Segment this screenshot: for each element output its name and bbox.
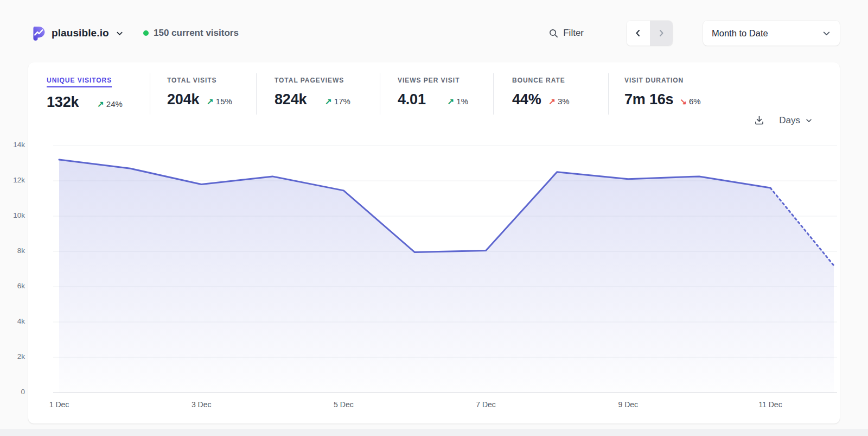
x-tick-label: 7 Dec: [464, 400, 508, 409]
x-tick-label: 11 Dec: [749, 400, 792, 409]
chart-canvas: [53, 138, 837, 396]
chart-area-fill: [59, 160, 834, 393]
interval-value: Days: [779, 115, 800, 126]
metric-label: VIEWS PER VISIT: [398, 77, 459, 84]
metric-visit-duration[interactable]: VISIT DURATION 7m 16s ↘6%: [608, 73, 701, 111]
metric-value: 7m 16s: [624, 91, 673, 108]
search-icon: [548, 28, 559, 39]
metric-value: 4.01: [398, 91, 426, 108]
chevron-right-icon: [657, 29, 666, 37]
y-tick-label: 8k: [3, 247, 25, 255]
metric-bounce-rate[interactable]: BOUNCE RATE 44% ↗3%: [493, 73, 608, 111]
metrics-row: UNIQUE VISITORS 132k ↗24% TOTAL VISITS 2…: [28, 73, 840, 111]
y-tick-label: 6k: [3, 282, 25, 290]
metric-change: 6%: [689, 97, 701, 106]
trend-arrow-icon: ↗: [448, 97, 455, 106]
metric-change: 15%: [216, 97, 232, 106]
site-name: plausible.io: [52, 27, 109, 39]
metric-label: TOTAL VISITS: [167, 77, 217, 84]
y-tick-label: 10k: [3, 211, 25, 219]
chevron-down-icon: [805, 117, 813, 124]
next-period-button[interactable]: [650, 21, 673, 46]
live-dot-icon: [143, 30, 149, 36]
export-button[interactable]: [754, 115, 765, 126]
trend-arrow-icon: ↘: [680, 97, 687, 106]
metric-value: 824k: [275, 91, 307, 108]
bottom-strip: [0, 429, 868, 436]
dashboard-card: UNIQUE VISITORS 132k ↗24% TOTAL VISITS 2…: [28, 62, 840, 424]
x-tick-label: 3 Dec: [180, 400, 223, 409]
prev-period-button[interactable]: [627, 21, 650, 46]
date-nav: [627, 21, 673, 46]
y-tick-label: 4k: [3, 317, 25, 325]
metric-label: UNIQUE VISITORS: [47, 77, 112, 87]
metric-change: 17%: [334, 97, 350, 106]
y-tick-label: 12k: [3, 176, 25, 184]
x-tick-label: 1 Dec: [37, 400, 81, 409]
metric-views-per-visit[interactable]: VIEWS PER VISIT 4.01 ↗1%: [380, 73, 493, 111]
chevron-left-icon: [634, 29, 642, 37]
download-icon: [754, 115, 765, 126]
metric-value: 44%: [512, 91, 541, 108]
chevron-down-icon: [116, 29, 124, 37]
metric-total-pageviews[interactable]: TOTAL PAGEVIEWS 824k ↗17%: [256, 73, 380, 111]
metric-change: 3%: [558, 97, 570, 106]
top-header: plausible.io 150 current visitors Filter…: [28, 21, 840, 46]
metric-change: 1%: [456, 97, 468, 106]
metric-value: 204k: [167, 91, 199, 108]
trend-arrow-icon: ↗: [325, 97, 332, 106]
chevron-down-icon: [822, 29, 831, 38]
y-tick-label: 14k: [3, 141, 25, 149]
filter-label: Filter: [563, 28, 584, 39]
y-axis-labels: 02k4k6k8k10k12k14k: [3, 138, 25, 393]
trend-arrow-icon: ↗: [97, 99, 104, 109]
metric-total-visits[interactable]: TOTAL VISITS 204k ↗15%: [150, 73, 256, 111]
plausible-logo-icon: [31, 26, 46, 41]
metric-change: 24%: [106, 99, 123, 109]
interval-select[interactable]: Days: [779, 115, 813, 126]
metric-unique-visitors[interactable]: UNIQUE VISITORS 132k ↗24%: [28, 73, 150, 111]
site-switcher[interactable]: plausible.io: [31, 21, 124, 46]
trend-arrow-icon: ↗: [207, 97, 214, 106]
date-range-select[interactable]: Month to Date: [703, 21, 840, 46]
filter-button[interactable]: Filter: [548, 21, 584, 46]
metric-label: TOTAL PAGEVIEWS: [275, 77, 344, 84]
visitors-chart[interactable]: [53, 138, 837, 393]
x-tick-label: 5 Dec: [322, 400, 365, 409]
current-visitors[interactable]: 150 current visitors: [143, 21, 239, 46]
metric-label: BOUNCE RATE: [512, 77, 565, 84]
metric-label: VISIT DURATION: [624, 77, 684, 84]
current-visitors-label: 150 current visitors: [154, 28, 239, 39]
date-range-value: Month to Date: [712, 28, 822, 39]
metric-value: 132k: [47, 94, 79, 111]
x-tick-label: 9 Dec: [607, 400, 650, 409]
y-tick-label: 0: [3, 388, 25, 396]
y-tick-label: 2k: [3, 352, 25, 361]
chart-controls: Days: [754, 115, 813, 126]
x-axis-labels: 1 Dec3 Dec5 Dec7 Dec9 Dec11 Dec: [53, 393, 837, 409]
trend-arrow-icon: ↗: [548, 97, 556, 106]
